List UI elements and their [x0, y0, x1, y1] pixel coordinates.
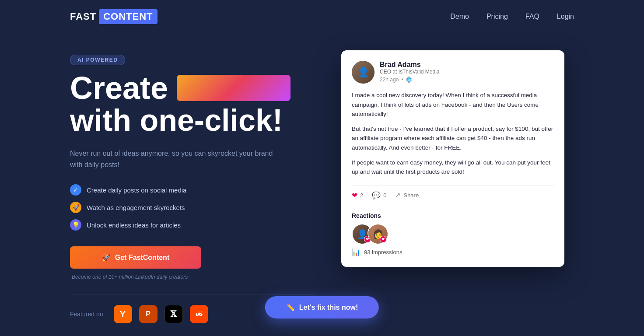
feature-label-2: Watch as engagement skyrockets: [87, 204, 185, 211]
share-icon: ↗: [395, 191, 401, 199]
fix-button[interactable]: ✏️ Let's fix this now!: [265, 296, 379, 318]
hero-subtext: Never run out of ideas anymore, so you c…: [70, 148, 280, 170]
headline-create-row: Create: [70, 72, 315, 104]
featured-logos: Y P 𝕏: [114, 305, 208, 323]
reaction-avatar-2: 👩 ❤: [368, 224, 387, 243]
hero-right: 👤 Brad Adams CEO at IsThisValid Media 22…: [341, 50, 564, 267]
impressions-icon: 📊: [352, 248, 360, 256]
nav-link-login[interactable]: Login: [557, 13, 574, 21]
logo[interactable]: FAST CONTENT: [70, 9, 158, 24]
share-action[interactable]: ↗ Share: [395, 191, 419, 199]
nav-link-pricing[interactable]: Pricing: [486, 13, 508, 21]
fix-btn-container: ✏️ Let's fix this now!: [265, 296, 379, 318]
featured-hackernews[interactable]: Y: [114, 305, 132, 323]
reddit-icon: [194, 309, 204, 319]
share-label: Share: [403, 192, 419, 199]
reactions-label: Reactions: [352, 212, 554, 219]
featured-label: Featured on: [70, 311, 103, 318]
like-action[interactable]: ❤ 2: [352, 191, 363, 200]
feature-item-1: ✓ Create daily posts on social media: [70, 184, 315, 196]
post-time: 22h ago • 🌐: [380, 77, 554, 83]
post-body: I made a cool new discovery today! When …: [352, 91, 554, 177]
card-header: 👤 Brad Adams CEO at IsThisValid Media 22…: [352, 61, 554, 84]
card-meta: Brad Adams CEO at IsThisValid Media 22h …: [380, 61, 554, 83]
featured-reddit[interactable]: [190, 305, 208, 323]
check-icon: ✓: [70, 184, 81, 196]
hero-left: AI POWERED Create with one-click! Never …: [70, 50, 315, 323]
cta-label: Get FastContent: [115, 254, 169, 262]
featured-producthunt[interactable]: P: [139, 305, 158, 323]
featured-twitter-x[interactable]: 𝕏: [164, 305, 183, 323]
nav-link-demo[interactable]: Demo: [450, 13, 469, 21]
author-name: Brad Adams: [380, 61, 554, 69]
feature-label-1: Create daily posts on social media: [87, 186, 186, 194]
impressions-text: 93 impressions: [364, 249, 402, 256]
headline-line2: with one-click!: [70, 104, 315, 137]
post-card: 👤 Brad Adams CEO at IsThisValid Media 22…: [341, 50, 564, 267]
headline-color-decoration: [177, 75, 290, 101]
nav-links: Demo Pricing FAQ Login: [450, 13, 574, 21]
card-actions: ❤ 2 💬 0 ↗ Share: [352, 186, 554, 205]
bullet: •: [401, 77, 403, 83]
heart-icon: ❤: [352, 191, 357, 200]
main-content: AI POWERED Create with one-click! Never …: [0, 33, 644, 323]
cta-subtext: Become one of 10+ million LinkedIn daily…: [72, 274, 315, 280]
post-paragraph-3: If people want to earn easy money, they …: [352, 158, 554, 177]
author-title: CEO at IsThisValid Media: [380, 69, 554, 75]
headline-create-text: Create: [70, 72, 168, 104]
avatar-image: 👤: [352, 61, 374, 84]
post-paragraph-2: But that's not true - I've learned that …: [352, 124, 554, 153]
divider: [70, 294, 315, 294]
feature-item-3: 💡 Unlock endless ideas for articles: [70, 219, 315, 231]
avatar: 👤: [352, 61, 374, 84]
cta-button[interactable]: 🚀 Get FastContent: [70, 246, 201, 269]
reaction-avatars: 👤 ❤ 👩 ❤: [352, 224, 554, 243]
feature-item-2: 🚀 Watch as engagement skyrockets: [70, 202, 315, 213]
time-text: 22h ago: [380, 77, 399, 83]
comment-count: 0: [383, 192, 386, 199]
comment-action[interactable]: 💬 0: [372, 191, 386, 200]
fix-icon: ✏️: [286, 303, 295, 312]
features-list: ✓ Create daily posts on social media 🚀 W…: [70, 184, 315, 231]
bulb-icon: 💡: [70, 219, 81, 231]
nav-link-faq[interactable]: FAQ: [525, 13, 539, 21]
reaction-heart-2: ❤: [380, 236, 387, 243]
comment-icon: 💬: [372, 191, 381, 200]
logo-content: CONTENT: [99, 9, 157, 24]
impressions: 📊 93 impressions: [352, 248, 554, 256]
navigation: FAST CONTENT Demo Pricing FAQ Login: [0, 0, 644, 33]
ai-badge: AI POWERED: [70, 55, 125, 65]
globe-icon: 🌐: [406, 77, 412, 83]
rocket-icon: 🚀: [70, 202, 81, 213]
feature-label-3: Unlock endless ideas for articles: [87, 221, 181, 229]
reactions-section: Reactions 👤 ❤ 👩 ❤ 📊 93 impressions: [352, 212, 554, 256]
fix-label: Let's fix this now!: [299, 304, 358, 312]
post-paragraph-1: I made a cool new discovery today! When …: [352, 91, 554, 119]
like-count: 2: [360, 192, 363, 199]
logo-fast: FAST: [70, 11, 96, 22]
rocket-cta-icon: 🚀: [102, 253, 111, 262]
